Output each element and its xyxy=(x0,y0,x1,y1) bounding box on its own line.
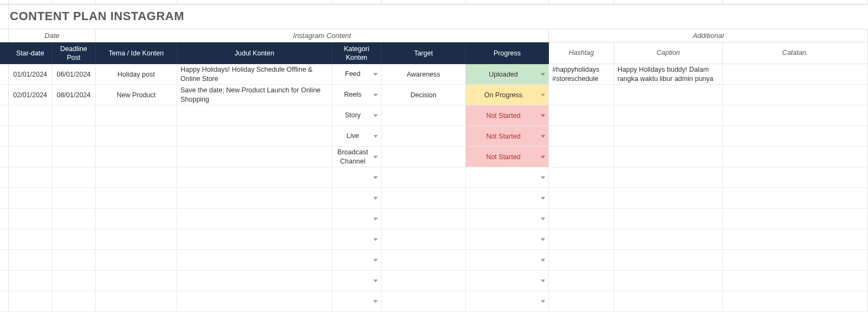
cell-catatan[interactable] xyxy=(723,126,868,147)
cell-kategori-dropdown[interactable] xyxy=(332,167,382,188)
cell-deadline[interactable] xyxy=(52,229,96,250)
cell-hashtag[interactable] xyxy=(549,229,614,250)
gutter-cell[interactable] xyxy=(0,64,9,85)
cell-tema[interactable] xyxy=(96,147,177,167)
cell-start-date[interactable] xyxy=(9,229,52,250)
cell-kategori-dropdown[interactable] xyxy=(332,209,382,229)
gutter-cell[interactable] xyxy=(0,147,9,167)
gutter-cell[interactable] xyxy=(0,188,9,209)
cell-judul[interactable] xyxy=(177,147,332,167)
cell-judul[interactable] xyxy=(177,188,332,209)
gutter-cell[interactable] xyxy=(0,209,9,229)
cell-tema[interactable] xyxy=(96,271,177,291)
gutter-cell[interactable] xyxy=(0,5,9,29)
cell-tema[interactable] xyxy=(96,209,177,229)
cell-judul[interactable] xyxy=(177,291,332,312)
cell-catatan[interactable] xyxy=(723,64,868,85)
cell-target[interactable] xyxy=(382,291,466,312)
gutter-cell[interactable] xyxy=(0,271,9,291)
cell-judul[interactable] xyxy=(177,250,332,271)
cell-progress-dropdown[interactable] xyxy=(466,291,549,312)
cell-progress-dropdown[interactable] xyxy=(466,271,549,291)
cell-target[interactable] xyxy=(382,167,466,188)
cell-kategori-dropdown[interactable] xyxy=(332,188,382,209)
cell-judul[interactable] xyxy=(177,209,332,229)
cell-tema[interactable] xyxy=(96,126,177,147)
cell-target[interactable]: Decision xyxy=(382,85,466,105)
cell-tema[interactable] xyxy=(96,250,177,271)
cell-deadline[interactable] xyxy=(52,188,96,209)
cell-hashtag[interactable] xyxy=(549,105,614,126)
cell-catatan[interactable] xyxy=(723,209,868,229)
gutter-cell[interactable] xyxy=(0,291,9,312)
cell-tema[interactable] xyxy=(96,291,177,312)
cell-caption[interactable] xyxy=(614,229,723,250)
cell-deadline[interactable]: 06/01/2024 xyxy=(52,64,96,85)
page-title[interactable]: CONTENT PLAN INSTAGRAM xyxy=(9,5,868,29)
cell-start-date[interactable] xyxy=(9,105,52,126)
gutter-cell[interactable] xyxy=(0,29,9,42)
cell-progress-dropdown[interactable] xyxy=(466,250,549,271)
cell-target[interactable] xyxy=(382,188,466,209)
cell-kategori-dropdown[interactable]: Live xyxy=(332,126,382,147)
group-date[interactable]: Date xyxy=(9,29,96,42)
cell-deadline[interactable]: 08/01/2024 xyxy=(52,85,96,105)
gutter-cell[interactable] xyxy=(0,42,9,64)
cell-catatan[interactable] xyxy=(723,167,868,188)
cell-kategori-dropdown[interactable] xyxy=(332,271,382,291)
cell-start-date[interactable] xyxy=(9,188,52,209)
cell-progress-dropdown[interactable]: Uploaded xyxy=(466,64,549,85)
group-additional[interactable]: Additional xyxy=(549,29,868,42)
cell-judul[interactable]: Save the date; New Product Launch for On… xyxy=(177,85,332,105)
cell-kategori-dropdown[interactable]: Broadcast Channel xyxy=(332,147,382,167)
cell-hashtag[interactable]: #happyholidays #storeschedule xyxy=(549,64,614,85)
cell-catatan[interactable] xyxy=(723,105,868,126)
cell-target[interactable] xyxy=(382,147,466,167)
cell-target[interactable] xyxy=(382,250,466,271)
cell-caption[interactable] xyxy=(614,291,723,312)
cell-judul[interactable] xyxy=(177,167,332,188)
cell-kategori-dropdown[interactable] xyxy=(332,250,382,271)
cell-deadline[interactable] xyxy=(52,209,96,229)
cell-start-date[interactable] xyxy=(9,271,52,291)
cell-progress-dropdown[interactable]: Not Started xyxy=(466,126,549,147)
cell-caption[interactable]: Happy Holidays buddy! Dalam rangka waktu… xyxy=(614,64,723,85)
cell-target[interactable] xyxy=(382,105,466,126)
cell-target[interactable] xyxy=(382,229,466,250)
cell-caption[interactable] xyxy=(614,105,723,126)
header-catatan[interactable]: Catatan. xyxy=(723,42,868,64)
cell-start-date[interactable] xyxy=(9,167,52,188)
cell-hashtag[interactable] xyxy=(549,167,614,188)
cell-kategori-dropdown[interactable] xyxy=(332,229,382,250)
cell-caption[interactable] xyxy=(614,126,723,147)
header-start-date[interactable]: Star-date xyxy=(9,42,52,64)
cell-tema[interactable] xyxy=(96,188,177,209)
cell-judul[interactable] xyxy=(177,126,332,147)
cell-caption[interactable] xyxy=(614,209,723,229)
cell-progress-dropdown[interactable]: Not Started xyxy=(466,147,549,167)
cell-caption[interactable] xyxy=(614,271,723,291)
cell-start-date[interactable]: 01/01/2024 xyxy=(9,64,52,85)
cell-start-date[interactable] xyxy=(9,291,52,312)
cell-catatan[interactable] xyxy=(723,271,868,291)
cell-deadline[interactable] xyxy=(52,291,96,312)
cell-catatan[interactable] xyxy=(723,188,868,209)
cell-hashtag[interactable] xyxy=(549,188,614,209)
cell-hashtag[interactable] xyxy=(549,271,614,291)
cell-tema[interactable]: Holiday post xyxy=(96,64,177,85)
cell-deadline[interactable] xyxy=(52,126,96,147)
header-target[interactable]: Target xyxy=(382,42,466,64)
cell-start-date[interactable] xyxy=(9,209,52,229)
cell-target[interactable] xyxy=(382,209,466,229)
cell-start-date[interactable] xyxy=(9,126,52,147)
cell-tema[interactable] xyxy=(96,229,177,250)
cell-kategori-dropdown[interactable]: Story xyxy=(332,105,382,126)
cell-catatan[interactable] xyxy=(723,229,868,250)
cell-caption[interactable] xyxy=(614,167,723,188)
header-deadline[interactable]: Deadline Post xyxy=(52,42,96,64)
cell-start-date[interactable] xyxy=(9,147,52,167)
cell-caption[interactable] xyxy=(614,147,723,167)
cell-hashtag[interactable] xyxy=(549,126,614,147)
cell-tema[interactable] xyxy=(96,105,177,126)
cell-catatan[interactable] xyxy=(723,291,868,312)
